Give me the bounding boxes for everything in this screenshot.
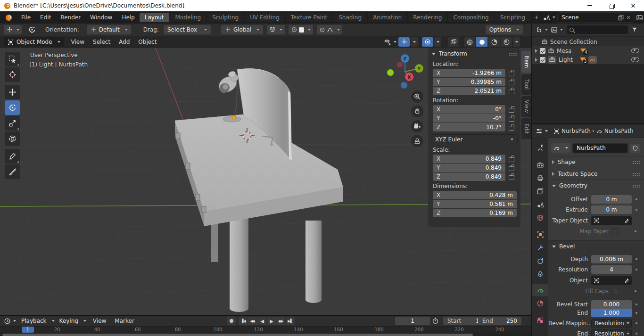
workspace-tab-layout[interactable]: Layout [140, 13, 169, 22]
panel-grip[interactable] [509, 52, 517, 56]
playhead[interactable]: 1 [22, 327, 34, 333]
transform-tool[interactable] [5, 131, 20, 146]
animate-dot[interactable] [636, 322, 637, 324]
shading-material-button[interactable] [488, 37, 500, 47]
overlays-dropdown[interactable] [434, 37, 441, 47]
lock-icon[interactable] [509, 157, 514, 162]
snap-dropdown[interactable] [267, 25, 285, 34]
close-button[interactable]: ✕ [622, 0, 644, 11]
axis-y-ball[interactable]: Y [415, 64, 423, 73]
gizmos-toggle[interactable] [398, 37, 410, 47]
playback-menu[interactable]: Playback [19, 316, 57, 326]
view-menu[interactable]: View [67, 39, 89, 45]
workspace-tab-texture-paint[interactable]: Texture Paint [286, 13, 332, 22]
panel-geometry[interactable]: Geometry [548, 180, 644, 191]
mode-dropdown[interactable]: Object Mode [4, 37, 64, 47]
orientation-dropdown[interactable]: Default [87, 25, 131, 34]
tab-texture[interactable] [532, 314, 548, 327]
outliner-filter-icon[interactable] [631, 26, 638, 33]
proportional-editing-dropdown[interactable] [289, 25, 313, 34]
prev-keyframe-button[interactable]: ◀◆ [248, 317, 257, 325]
outliner-search[interactable] [567, 25, 628, 34]
visibility-dropdown[interactable] [382, 37, 397, 47]
scale-y-field[interactable]: Y0.849 [433, 164, 505, 172]
drag-dropdown[interactable]: Select Box [164, 25, 211, 34]
tab-object[interactable] [532, 229, 548, 241]
minimize-button[interactable] [579, 0, 601, 11]
properties-editor-type-icon[interactable] [536, 128, 548, 135]
bevel-depth-field[interactable]: 0.006 m [591, 255, 632, 263]
animate-dot[interactable] [636, 312, 637, 314]
map-taper-checkbox[interactable] [612, 228, 619, 235]
menu-edit[interactable]: Edit [35, 14, 56, 21]
tab-modifiers[interactable] [532, 242, 548, 254]
xray-toggle[interactable] [448, 37, 459, 47]
rotation-x-field[interactable]: X0° [433, 105, 505, 114]
perspective-toggle-button[interactable] [411, 135, 423, 147]
bevel-mapping-dropdown[interactable]: Resolution [591, 319, 632, 328]
scale-x-field[interactable]: X0.849 [433, 155, 505, 163]
breadcrumb-object[interactable]: NurbsPath [561, 128, 591, 134]
active-tool-icon[interactable] [4, 25, 22, 34]
hide-viewport-eye-icon[interactable] [631, 48, 639, 53]
duplicate-scene-icon[interactable] [618, 14, 624, 21]
pivot-orientation-dropdown[interactable]: Global [221, 25, 263, 34]
camera-view-button[interactable] [411, 120, 423, 132]
offset-field[interactable]: 0 m [591, 195, 632, 204]
current-frame-field[interactable]: 1 [395, 317, 430, 325]
annotate-tool[interactable] [5, 149, 20, 164]
overlays-toggle[interactable] [422, 37, 433, 47]
sidebar-tab-view[interactable]: View [521, 96, 531, 117]
scale-tool[interactable] [5, 116, 20, 131]
collection-checkbox[interactable] [540, 57, 545, 63]
tab-object-data[interactable] [532, 284, 548, 296]
panel-shape[interactable]: Shape [548, 156, 644, 168]
unlink-scene-icon[interactable] [626, 15, 631, 20]
dimensions-y-field[interactable]: Y0.581 m [433, 200, 517, 208]
workspace-tab-shading[interactable]: Shading [333, 13, 367, 22]
outliner-display-mode-icon[interactable] [551, 26, 563, 33]
axis-x-ball[interactable]: X [405, 73, 413, 81]
panel-texture-space[interactable]: Texture Space [548, 168, 644, 180]
tab-world[interactable] [532, 212, 548, 224]
jump-to-start-button[interactable]: ▐◀ [239, 317, 248, 325]
selected-nurbspath-point[interactable] [232, 115, 236, 119]
menu-file[interactable]: File [17, 14, 35, 21]
tab-scene[interactable] [532, 198, 548, 211]
workspace-tab-compositing[interactable]: Compositing [448, 13, 494, 22]
animate-dot[interactable] [635, 230, 636, 232]
pan-view-button[interactable] [411, 105, 423, 117]
outliner-search-input[interactable] [576, 26, 625, 33]
tab-view-layer[interactable] [532, 185, 548, 197]
workspace-tab-animation[interactable]: Animation [368, 13, 407, 22]
object-menu[interactable]: Object [134, 39, 161, 45]
menu-render[interactable]: Render [56, 14, 85, 21]
tab-physics[interactable] [532, 268, 548, 280]
transform-panel-header[interactable]: Transform [428, 48, 520, 59]
expand-icon[interactable] [535, 49, 537, 53]
workspace-tab-modeling[interactable]: Modeling [170, 13, 206, 22]
panel-bevel[interactable]: Bevel [548, 241, 644, 252]
stopwatch-icon[interactable] [432, 317, 439, 324]
dimensions-z-field[interactable]: Z0.169 m [433, 209, 517, 217]
timeline-ruler[interactable]: 20 40 60 80 100 120 140 160 180 200 220 … [0, 326, 531, 333]
dimensions-x-field[interactable]: X0.428 m [433, 191, 517, 199]
fake-user-shield-icon[interactable] [630, 144, 640, 153]
location-y-field[interactable]: Y0.39985 m [433, 78, 505, 86]
rotation-mode-dropdown[interactable]: XYZ Euler [431, 134, 518, 144]
options-dropdown[interactable]: Options [486, 25, 523, 34]
jump-to-end-button[interactable]: ▶▌ [286, 317, 295, 325]
view-layer-icon[interactable] [636, 14, 644, 21]
menu-help[interactable]: Help [117, 14, 139, 21]
add-menu[interactable]: Add [115, 39, 134, 45]
axis-z-ball[interactable]: Z [401, 54, 409, 63]
keying-menu[interactable]: Keying [57, 316, 89, 326]
extrude-field[interactable]: 0 m [591, 205, 632, 214]
bevel-end-field[interactable]: 1.000 [591, 309, 632, 317]
menu-window[interactable]: Window [85, 14, 117, 21]
maximize-button[interactable] [601, 0, 622, 11]
axis-neg-y-ball[interactable] [387, 69, 394, 76]
sidebar-tab-edit[interactable]: Edit [521, 118, 531, 139]
timeline-scrollbar-thumb[interactable] [2, 334, 473, 336]
outliner-row-light[interactable]: Light 3 [532, 55, 644, 64]
